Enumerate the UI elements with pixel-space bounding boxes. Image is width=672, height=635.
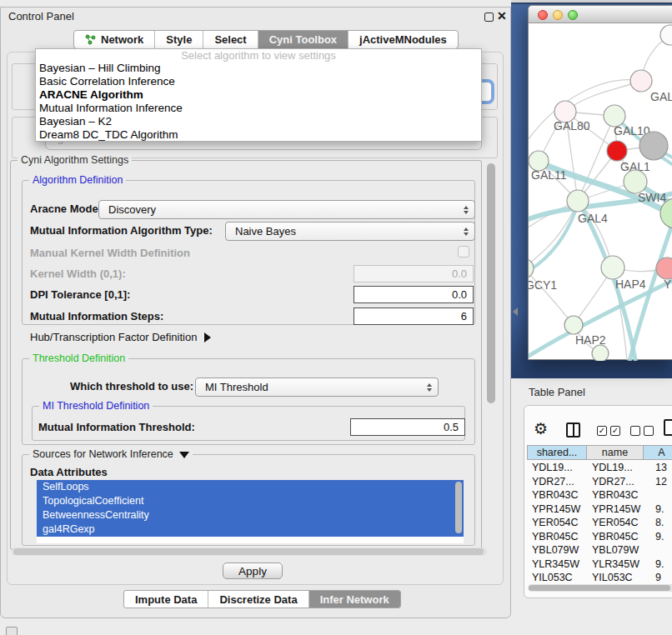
network-node[interactable] [529, 258, 534, 278]
table-cell[interactable]: YIL053C [527, 572, 587, 583]
checkbox-unchecked-icon[interactable] [644, 426, 654, 436]
table-cell[interactable]: YBR043C [527, 489, 587, 501]
split-columns-icon[interactable] [566, 422, 580, 438]
table-cell[interactable]: 8. [644, 517, 672, 528]
network-node[interactable] [630, 70, 652, 92]
network-node[interactable] [624, 170, 647, 193]
zoom-traffic-light-icon[interactable] [568, 10, 578, 20]
tab-discretize-data[interactable]: Discretize Data [208, 591, 308, 608]
network-node[interactable] [601, 256, 624, 279]
table-cell[interactable]: YLR345W [527, 558, 587, 570]
table-row[interactable]: YER054CYER054C8. [527, 516, 672, 530]
table-header-row[interactable]: shared... name A [527, 445, 672, 460]
table-row[interactable]: YLR345WYLR345W9. [527, 558, 672, 572]
checkbox-checked-icon[interactable]: ✓ [597, 426, 607, 436]
mi-steps-field[interactable]: 6 [354, 308, 474, 325]
tab-jactivemnodules[interactable]: jActiveMNodules [348, 31, 458, 48]
table-cell[interactable]: YLR345W [587, 558, 644, 570]
algorithm-option[interactable]: Dream8 DC_TDC Algorithm [36, 128, 481, 142]
table-row[interactable]: YDL19...YDL19...13 [527, 461, 672, 475]
table-cell[interactable]: 13 [644, 462, 672, 473]
network-window-titlebar[interactable] [529, 6, 672, 23]
algorithm-option[interactable]: ARACNE Algorithm [36, 88, 481, 102]
tab-network[interactable]: Network [74, 31, 154, 48]
network-node[interactable] [592, 345, 609, 361]
hub-expander[interactable]: Hub/Transcription Factor Definition [30, 331, 211, 343]
tab-infer-network[interactable]: Infer Network [308, 591, 400, 608]
table-cell[interactable]: 9. [644, 531, 672, 542]
table-cell[interactable]: YER054C [587, 517, 644, 528]
mi-threshold-field[interactable]: 0.5 [350, 418, 465, 436]
network-node[interactable] [564, 316, 583, 334]
aracne-mode-combo[interactable]: Discovery [98, 200, 475, 219]
table-row[interactable]: YDR27...YDR27...12 [527, 475, 672, 489]
table-cell[interactable]: YDR27... [587, 476, 644, 488]
dpi-tolerance-field[interactable]: 0.0 [354, 286, 474, 303]
table-row[interactable]: YPR145WYPR145W9. [527, 502, 672, 517]
column-header-shared[interactable]: shared... [527, 445, 587, 460]
tab-style[interactable]: Style [154, 31, 203, 48]
checkbox-unchecked-icon[interactable] [630, 426, 640, 436]
table-row[interactable]: YIL053CYIL053C9 [527, 571, 672, 583]
close-icon[interactable]: ✕ [497, 9, 507, 22]
table-row[interactable]: YBR043CYBR043C [527, 488, 672, 502]
panel-splitter-handle[interactable] [513, 308, 518, 316]
table-cell[interactable]: YBR043C [587, 489, 644, 501]
algorithm-option[interactable]: Bayesian – K2 [36, 115, 481, 128]
algorithm-option[interactable]: Basic Correlation Inference [36, 75, 481, 88]
table-cell[interactable]: YDL19... [527, 462, 587, 473]
table-cell[interactable]: YBL079W [527, 544, 587, 556]
table-cell[interactable]: YIL053C [587, 572, 644, 583]
column-header-name[interactable]: name [587, 445, 644, 460]
column-header-partial[interactable]: A [644, 445, 672, 460]
table-cell[interactable]: 9. [644, 558, 672, 570]
table-cell[interactable]: YBR045C [587, 531, 644, 542]
table-body[interactable]: YDL19...YDL19...13YDR27...YDR27...12YBR0… [527, 461, 672, 583]
float-window-icon[interactable] [484, 12, 494, 22]
minimize-traffic-light-icon[interactable] [553, 10, 563, 20]
settings-horizontal-scrollbar[interactable] [12, 548, 487, 556]
gear-icon[interactable]: ⚙ [534, 419, 548, 438]
scrollbar-thumb[interactable] [13, 548, 484, 555]
close-traffic-light-icon[interactable] [538, 10, 548, 20]
tab-impute-data[interactable]: Impute Data [124, 591, 208, 608]
data-attributes-list[interactable]: SelfLoopsTopologicalCoefficientBetweenne… [37, 480, 464, 543]
document-icon[interactable] [664, 419, 672, 436]
settings-vertical-scrollbar[interactable] [487, 163, 495, 403]
table-cell[interactable]: 9 [644, 572, 672, 583]
table-row[interactable]: YBL079WYBL079W [527, 543, 672, 558]
algorithm-option[interactable]: Bayesian – Hill Climbing [36, 62, 481, 75]
table-cell[interactable]: YBR045C [527, 531, 587, 542]
network-node[interactable] [639, 132, 668, 160]
table-cell[interactable]: 9. [644, 503, 672, 515]
table-cell[interactable]: YPR145W [527, 503, 587, 515]
scrollbar-thumb[interactable] [529, 585, 670, 591]
list-scrollbar[interactable] [455, 482, 462, 533]
table-cell[interactable]: YBL079W [587, 544, 644, 556]
network-node[interactable] [660, 25, 672, 45]
tab-cyni-toolbox[interactable]: Cyni Toolbox [258, 31, 348, 48]
attribute-list-item[interactable]: SelfLoops [37, 480, 464, 494]
table-cell[interactable]: YPR145W [587, 503, 644, 515]
table-cell[interactable]: YER054C [527, 517, 587, 528]
mi-type-combo[interactable]: Naive Bayes [225, 222, 475, 241]
attribute-list-item[interactable]: TopologicalCoefficient [37, 494, 464, 508]
sources-group-title[interactable]: Sources for Network Inference [29, 448, 193, 460]
tab-select[interactable]: Select [203, 31, 257, 48]
attribute-list-item[interactable]: gal4RGexp [37, 522, 464, 537]
network-graph[interactable]: GALGAL80GAL10GAL1GAL11SWI4GAL4GCY1HAP4YH… [529, 23, 672, 361]
apply-button[interactable]: Apply [223, 562, 283, 579]
table-row[interactable]: YBR045CYBR045C9. [527, 530, 672, 544]
kernel-width-field[interactable]: 0.0 [354, 265, 474, 282]
table-cell[interactable]: 12 [644, 476, 672, 488]
attribute-list-item[interactable]: BetweennessCentrality [37, 508, 464, 522]
table-cell[interactable]: YDL19... [587, 462, 644, 473]
checkbox-checked-icon[interactable]: ✓ [610, 426, 620, 436]
minimized-panel-icon[interactable] [6, 627, 18, 635]
manual-kernel-checkbox[interactable] [458, 246, 469, 258]
algorithm-option[interactable]: Mutual Information Inference [36, 102, 481, 115]
which-threshold-combo[interactable]: MI Threshold [195, 378, 439, 397]
table-horizontal-scrollbar[interactable] [528, 584, 672, 592]
network-node[interactable] [607, 141, 627, 161]
network-node[interactable] [567, 190, 589, 212]
